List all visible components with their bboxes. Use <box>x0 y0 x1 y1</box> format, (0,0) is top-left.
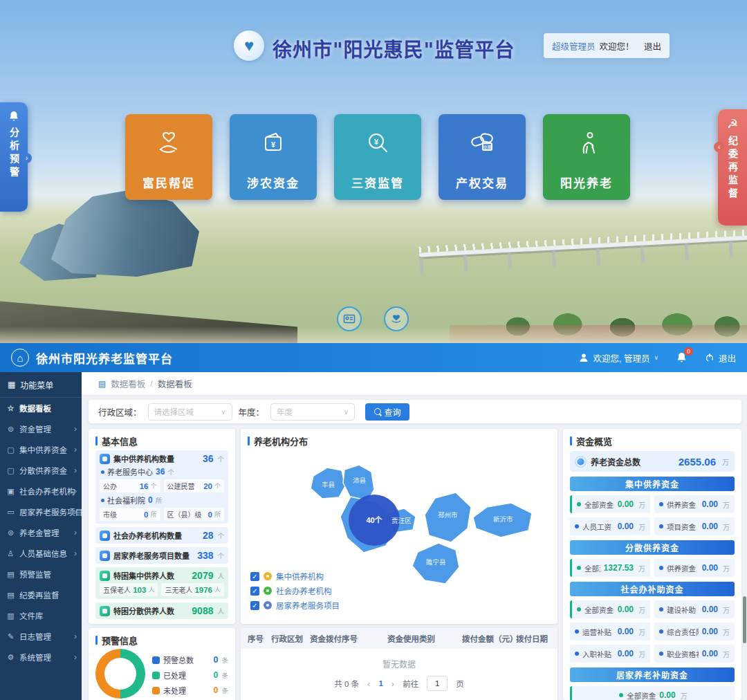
goto-page-input[interactable]: 1 <box>427 676 448 691</box>
sidebar-item-system-mgmt[interactable]: ⚙ 系统管理 › <box>0 647 82 667</box>
tile-sanzi-jianguan[interactable]: ¥ 三资监管 <box>334 114 421 200</box>
sidebar-item-file-library[interactable]: ▥ 文件库 <box>0 605 82 626</box>
tile-fumin-bangcu[interactable]: 富民帮促 <box>125 114 212 200</box>
fund-cell: 运营补贴 0.00 万 <box>570 623 650 641</box>
scrollbar-thumb[interactable] <box>743 596 746 643</box>
analysis-warning-tab[interactable]: 分析预警 › <box>0 102 28 212</box>
section-decentralized-funds: 分散供养资金 <box>570 540 735 555</box>
stat-home-care-projects: 居家养老服务项目数量 338 个 <box>95 547 228 564</box>
dot-icon <box>577 566 581 570</box>
stat-centralized-institutions: 集中供养机构数量 36 个 养老服务中心 36 个 公办 16 个 公建民营 2… <box>95 450 228 524</box>
page-number[interactable]: 1 <box>378 679 382 688</box>
tile-yangguang-yanglao[interactable]: 阳光养老 <box>543 114 630 200</box>
screen-icon: ▤ <box>6 570 15 579</box>
sidebar-item-decentralized-funds[interactable]: ▢ 分散供养资金 › <box>0 460 82 481</box>
total-count: 共 0 条 <box>334 678 359 689</box>
breadcrumb-root[interactable]: 数据看板 <box>111 377 145 390</box>
chevron-down-icon: ∨ <box>344 408 349 416</box>
discipline-supervision-tab[interactable]: ☭ 纪委再监督 ‹ <box>718 109 747 225</box>
building-icon <box>100 454 110 464</box>
filter-bar: 行政区域： 请选择区域 ∨ 年度： 年度 ∨ 查询 <box>89 400 741 423</box>
chevron-right-icon: › <box>21 153 32 163</box>
user-icon <box>579 353 589 362</box>
sidebar-item-warning-supervision[interactable]: ▤ 预警监管 <box>0 564 82 584</box>
sidebar-item-funds-mgmt[interactable]: ⊜ 资金管理 › <box>0 418 82 439</box>
chevron-right-icon: › <box>74 507 77 517</box>
sidebar-item-private-institutions[interactable]: ▣ 社会办养老机构 › <box>0 481 82 501</box>
welcome-text: 欢迎您！ <box>600 39 634 53</box>
folder-icon: ▢ <box>6 445 15 454</box>
dashboard-header: ⌂ 徐州市阳光养老监管平台 欢迎您, 管理员 ∨ 0 退出 <box>0 343 747 372</box>
dot-icon <box>575 652 579 656</box>
notifications-button[interactable]: 0 <box>676 352 687 363</box>
sidebar-item-home-care-projects[interactable]: ▭ 居家养老服务项目 › <box>0 501 82 522</box>
heart-hands-icon <box>390 313 403 325</box>
heart-in-hand-icon <box>154 128 184 158</box>
id-card-icon <box>343 313 356 325</box>
fund-cell: 职业资格补贴 0.00 万 <box>654 645 735 663</box>
star-icon: ☆ <box>6 404 15 413</box>
legend-private[interactable]: ✓ 社会办养老机构 <box>250 585 340 596</box>
goto-label: 前往 <box>403 678 418 689</box>
next-page-button[interactable]: › <box>391 679 394 689</box>
chevron-right-icon: › <box>74 549 77 558</box>
title-bar-icon <box>95 636 98 645</box>
dashboard-logo-icon: ⌂ <box>11 349 29 367</box>
region-select[interactable]: 请选择区域 ∨ <box>148 403 232 421</box>
dot-icon <box>659 502 663 506</box>
chevron-right-icon: › <box>74 424 77 434</box>
fund-cell: 全部资金 0.00 万 <box>570 600 650 618</box>
checkbox-checked-icon[interactable]: ✓ <box>250 601 259 610</box>
sidebar-item-pension-mgmt[interactable]: ⊜ 养老金管理 › <box>0 522 82 543</box>
prev-page-button[interactable]: ‹ <box>367 679 370 689</box>
stat-decentralized-persons: 特困分散供养人数 9088 人 <box>95 602 228 619</box>
sidebar-item-centralized-funds[interactable]: ▢ 集中供养资金 › <box>0 439 82 460</box>
alert-icon <box>152 656 160 664</box>
chevron-right-icon: › <box>74 652 77 662</box>
edit-icon: ✎ <box>6 632 15 641</box>
fund-cell: 项目资金 0.00 万 <box>654 517 735 535</box>
dot-icon <box>575 524 579 528</box>
tile-chanquan-jiaoyi[interactable]: 交易 产权交易 <box>439 114 526 200</box>
user-menu[interactable]: 欢迎您, 管理员 ∨ <box>579 351 658 365</box>
title-bar-icon <box>570 436 572 445</box>
sidebar-item-discipline-supervision[interactable]: ▤ 纪委再监督 <box>0 584 82 605</box>
chevron-right-icon: › <box>74 632 77 641</box>
checkbox-checked-icon[interactable]: ✓ <box>250 572 259 581</box>
module-tiles: 富民帮促 ¥ 涉农资金 ¥ 三资监管 交易 产 <box>125 114 630 200</box>
briefcase-icon: ▥ <box>6 611 15 620</box>
trade-icon: 交易 <box>467 128 497 158</box>
chevron-left-icon: ‹ <box>714 142 724 152</box>
hero-user-box: 超级管理员 欢迎您！ 退出 <box>544 33 670 58</box>
svg-text:交易: 交易 <box>483 145 491 150</box>
svg-text:邳州市: 邳州市 <box>438 511 458 519</box>
wallet-yuan-icon: ¥ <box>258 128 288 158</box>
sidebar-item-log-mgmt[interactable]: ✎ 日志管理 › <box>0 626 82 647</box>
map-legend: ✓ 集中供养机构 ✓ 社会办养老机构 ✓ 居家养老服务项目 <box>250 567 340 611</box>
dot-icon <box>659 652 663 656</box>
legend-centralized[interactable]: ✓ 集中供养机构 <box>250 571 340 582</box>
dot-icon <box>575 629 579 634</box>
breadcrumb-current: 数据看板 <box>158 377 192 390</box>
pin-icon <box>264 572 272 580</box>
search-icon <box>374 408 381 415</box>
id-card-button[interactable] <box>337 306 362 331</box>
chevron-right-icon: › <box>74 466 77 475</box>
logout-button[interactable]: 退出 <box>705 351 736 365</box>
stat-cell: 五保老人 103 人 <box>100 583 158 596</box>
svg-text:沛县: 沛县 <box>353 477 366 484</box>
year-select[interactable]: 年度 ∨ <box>270 403 355 421</box>
grid-icon: ▦ <box>8 380 15 389</box>
chevron-right-icon: › <box>74 445 77 454</box>
checkbox-checked-icon[interactable]: ✓ <box>250 587 259 596</box>
chevron-right-icon: › <box>74 528 77 537</box>
legend-home-care[interactable]: ✓ 居家养老服务项目 <box>250 600 340 611</box>
svg-text:¥: ¥ <box>374 138 379 146</box>
sidebar-item-dashboard[interactable]: ☆ 数据看板 <box>0 398 82 418</box>
sidebar-item-personnel-info[interactable]: ♙ 人员基础信息 › <box>0 543 82 564</box>
care-heart-button[interactable] <box>384 306 409 331</box>
tile-shenong-zijin[interactable]: ¥ 涉农资金 <box>230 114 317 200</box>
doc-icon: ▤ <box>98 379 106 389</box>
search-button[interactable]: 查询 <box>365 403 409 421</box>
hero-logout-button[interactable]: 退出 <box>644 39 661 53</box>
